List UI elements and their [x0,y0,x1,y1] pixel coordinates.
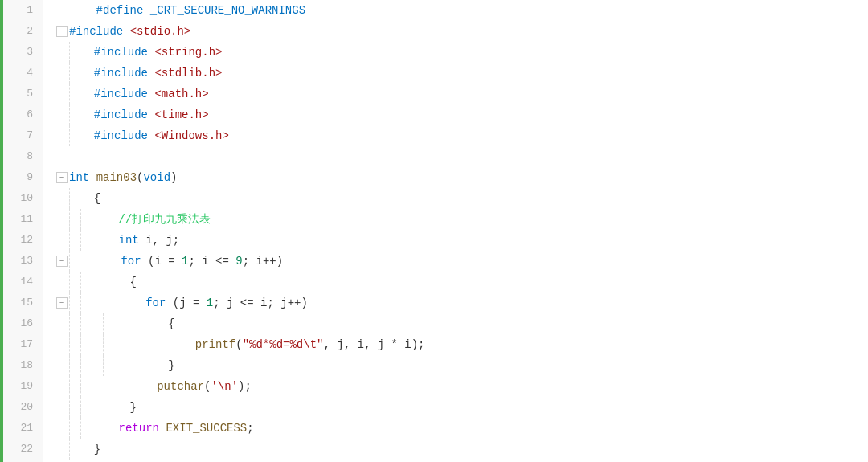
line-num-21: 21 [3,418,33,439]
code-token: #include <string.h> [80,42,222,63]
code-line-13: − for (i = 1; i <= 9; i++) [56,251,868,272]
line-num-18: 18 [3,355,33,376]
indent-guide [69,292,80,313]
code-token: { [80,188,100,209]
indent-guide4 [103,355,114,376]
code-line-18: } [56,355,868,376]
indent-guide2 [80,292,92,313]
line-num-19: 19 [3,376,33,397]
code-line-20: } [56,397,868,418]
line-num-9: 9 [3,167,33,188]
line-num-14: 14 [3,272,33,292]
line-num-11: 11 [3,209,33,230]
indent-guide3 [92,376,103,397]
line-num-5: 5 [3,84,33,104]
indent-guide2 [80,209,92,230]
indent-guide3 [92,355,103,376]
code-line-16: { [56,313,868,334]
code-line-6: #include <time.h> [56,104,868,125]
line-num-13: 13 [3,251,33,272]
line-num-16: 16 [3,313,33,334]
code-token: #include <time.h> [80,104,209,125]
code-line-5: #include <math.h> [56,84,868,104]
code-token: for (j = 1; j <= i; j++) [92,292,308,313]
code-token [69,146,76,167]
line-numbers: 1 2 3 4 5 6 7 8 9 10 11 12 13 14 15 16 1… [3,0,43,462]
code-line-1: #define _CRT_SECURE_NO_WARNINGS [56,0,868,21]
indent-guide [69,272,80,292]
code-line-12: int i, j; [56,230,868,251]
indent-guide [69,418,80,439]
line-num-3: 3 [3,42,33,63]
indent-guide [69,230,80,251]
indent-guide2 [80,355,92,376]
indent-guide [69,313,80,334]
indent-guide [69,188,80,209]
code-token: } [114,355,175,376]
line-num-15: 15 [3,292,33,313]
code-line-17: printf("%d*%d=%d\t", j, i, j * i); [56,334,868,355]
code-line-22: } [56,439,868,460]
code-token: #define _CRT_SECURE_NO_WARNINGS [69,0,305,21]
code-token: int main03(void) [69,167,177,188]
line-num-7: 7 [3,125,33,146]
indent-guide3 [92,397,103,418]
code-token: } [103,397,137,418]
code-token: int i, j; [92,230,179,251]
indent-guide2 [80,418,92,439]
fold-marker-2[interactable]: − [56,26,68,37]
indent-guide2 [80,313,92,334]
code-token: #include <math.h> [80,84,209,104]
indent-guide4 [103,334,114,355]
code-token: //打印九九乘法表 [92,209,211,230]
line-num-6: 6 [3,104,33,125]
code-token: #include <stdio.h> [69,21,190,42]
line-num-17: 17 [3,334,33,355]
line-num-2: 2 [3,21,33,42]
code-line-3: #include <string.h> [56,42,868,63]
code-token: return EXIT_SUCCESS; [92,418,254,439]
line-num-1: 1 [3,0,33,21]
fold-marker-13[interactable]: − [56,256,68,267]
indent-guide3 [92,272,103,292]
code-token: { [103,272,137,292]
indent-guide4 [103,313,114,334]
code-line-4: #include <stdlib.h> [56,63,868,84]
indent-guide [69,376,80,397]
code-line-11: //打印九九乘法表 [56,209,868,230]
indent-guide [69,439,80,460]
code-token: #include <Windows.h> [80,125,229,146]
indent-guide [69,104,80,125]
indent-guide2 [80,397,92,418]
code-line-9: − int main03(void) [56,167,868,188]
fold-marker-15[interactable]: − [56,297,68,309]
line-num-20: 20 [3,397,33,418]
indent-guide [69,355,80,376]
indent-guide [69,397,80,418]
line-num-22: 22 [3,439,33,460]
line-num-8: 8 [3,146,33,167]
indent-guide3 [92,313,103,334]
indent-guide [69,334,80,355]
indent-guide2 [80,272,92,292]
code-token: { [114,313,175,334]
code-token: putchar('\n'); [103,376,252,397]
code-line-7: #include <Windows.h> [56,125,868,146]
indent-guide [69,251,80,272]
code-token: #include <stdlib.h> [80,63,222,84]
line-num-12: 12 [3,230,33,251]
indent-guide [69,63,80,84]
line-num-10: 10 [3,188,33,209]
indent-guide [69,42,80,63]
code-line-10: { [56,188,868,209]
code-token: } [80,439,100,460]
indent-guide2 [80,230,92,251]
indent-guide [69,125,80,146]
editor-container: 1 2 3 4 5 6 7 8 9 10 11 12 13 14 15 16 1… [0,0,868,462]
code-line-14: { [56,272,868,292]
indent-guide [69,209,80,230]
fold-marker-9[interactable]: − [56,172,68,183]
code-area[interactable]: #define _CRT_SECURE_NO_WARNINGS − #inclu… [43,0,868,462]
code-line-2: − #include <stdio.h> [56,21,868,42]
indent-guide2 [80,334,92,355]
